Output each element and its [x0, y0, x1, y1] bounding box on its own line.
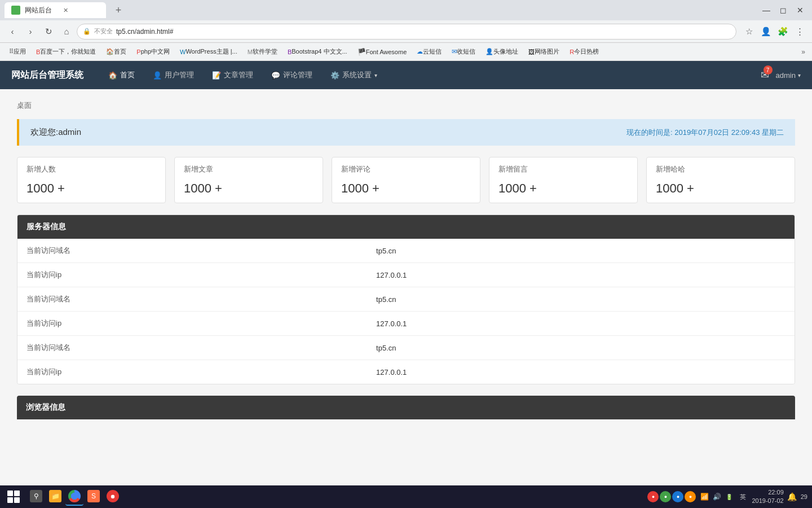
battery-icon[interactable]: 🔋	[724, 492, 734, 502]
welcome-text: 欢迎您:admin	[30, 127, 81, 138]
yunsms-icon: ☁	[417, 48, 423, 55]
profile-button[interactable]: 👤	[758, 24, 774, 40]
bookmark-bootstrap[interactable]: B Bootstrap4 中文文...	[283, 45, 352, 59]
lock-icon: 🔒	[83, 28, 91, 35]
bookmark-php[interactable]: P php中文网	[132, 45, 174, 59]
admin-right: ✉ 7 admin ▾	[761, 69, 801, 81]
stat-card-messages: 新增留言 1000 +	[489, 157, 638, 203]
stat-value-comments: 1000 +	[341, 181, 471, 196]
window-controls: — ◻ ✕	[759, 3, 807, 17]
server-row-2-label: 当前访问ip	[17, 263, 367, 287]
keyboard-lang[interactable]: 英	[738, 493, 748, 501]
bookmark-netimg[interactable]: 🖼 网络图片	[524, 45, 564, 59]
taskbar-app-sublime[interactable]: S	[85, 488, 103, 506]
stat-value-haha: 1000 +	[656, 181, 785, 196]
taskbar-app-explorer[interactable]: 📁	[46, 488, 64, 506]
menu-button[interactable]: ⋮	[792, 24, 807, 40]
admin-user-menu[interactable]: admin ▾	[776, 71, 801, 80]
bookmark-baidu[interactable]: B 百度一下，你就知道	[32, 45, 100, 59]
notify-icon-3[interactable]: ●	[672, 491, 683, 502]
baidu-icon: B	[36, 49, 40, 55]
nav-item-home[interactable]: 🏠 首页	[100, 65, 143, 85]
notify-icon-4[interactable]: ●	[685, 491, 696, 502]
bookmark-shodsms[interactable]: ✉ 收短信	[447, 45, 480, 59]
software-icon: M	[248, 49, 253, 55]
bookmark-apps-label: 应用	[14, 47, 26, 56]
taskbar-app-search[interactable]: ⚲	[27, 488, 45, 506]
nav-item-users[interactable]: 👤 用户管理	[145, 65, 202, 85]
bookmark-yunsms[interactable]: ☁ 云短信	[412, 45, 446, 59]
bookmark-home-label: 首页	[114, 47, 126, 56]
forward-button[interactable]: ›	[23, 24, 38, 40]
taskbar: ⚲ 📁 S ⏺ ● ● ● ● 📶	[0, 485, 812, 508]
home-nav-icon: 🏠	[108, 71, 117, 80]
mail-icon-button[interactable]: ✉ 7	[761, 69, 769, 81]
extensions-button[interactable]: 🧩	[775, 24, 791, 40]
new-tab-button[interactable]: +	[111, 2, 126, 18]
more-bookmarks-button[interactable]: »	[799, 48, 807, 56]
start-button[interactable]	[5, 488, 23, 506]
bookmark-software[interactable]: M 软件学堂	[243, 45, 282, 59]
articles-nav-icon: 📝	[212, 71, 221, 80]
time-value: 2019年07月02日 22:09:43 星期二	[674, 128, 784, 137]
tab-close-button[interactable]: ✕	[61, 6, 70, 15]
taskbar-chrome-icon	[68, 490, 81, 502]
stat-card-articles: 新增文章 1000 +	[174, 157, 323, 203]
notify-icon-2[interactable]: ●	[660, 491, 671, 502]
bookmark-apps[interactable]: ⠿ 应用	[5, 45, 30, 59]
user-dropdown-arrow: ▾	[798, 72, 801, 78]
server-row-1-label: 当前访问域名	[17, 239, 367, 263]
tab-favicon	[11, 6, 20, 15]
bookmark-avatar-label: 头像地址	[493, 47, 518, 56]
stats-row: 新增人数 1000 + 新增文章 1000 + 新增评论 1000 + 新增留言…	[17, 157, 795, 203]
php-icon: P	[136, 49, 140, 55]
bookmark-yunsms-label: 云短信	[423, 47, 442, 56]
nav-item-settings[interactable]: ⚙️ 系统设置 ▾	[323, 65, 385, 85]
taskbar-app-record[interactable]: ⏺	[104, 488, 122, 506]
bookmark-php-label: php中文网	[141, 47, 170, 56]
bookmark-home[interactable]: 🏠 首页	[102, 45, 131, 59]
reload-button[interactable]: ↻	[41, 24, 56, 40]
time-label: 现在的时间是:	[626, 128, 673, 137]
notification-center-icon[interactable]: 🔔	[787, 492, 797, 502]
bookmark-fontawesome[interactable]: 🏴 Font Awesome	[353, 45, 412, 59]
home-button[interactable]: ⌂	[59, 24, 74, 40]
close-button[interactable]: ✕	[793, 3, 807, 17]
maximize-button[interactable]: ◻	[776, 3, 791, 17]
nav-item-articles[interactable]: 📝 文章管理	[204, 65, 261, 85]
not-secure-label: 不安全	[94, 27, 113, 36]
stat-card-users: 新增人数 1000 +	[17, 157, 166, 203]
wp-icon: W	[180, 49, 186, 55]
server-row-6-value: 127.0.0.1	[367, 360, 795, 384]
bookmark-software-label: 软件学堂	[253, 47, 277, 56]
bookmark-wordpress[interactable]: W WordPress主题 |...	[175, 45, 242, 59]
netimg-icon: 🖼	[528, 49, 535, 55]
bookmark-hotlist[interactable]: R 今日热榜	[565, 45, 603, 59]
stat-value-messages: 1000 +	[498, 181, 628, 196]
welcome-panel: 欢迎您:admin 现在的时间是: 2019年07月02日 22:09:43 星…	[17, 119, 795, 146]
taskbar-search-icon: ⚲	[30, 490, 42, 502]
browser-tab[interactable]: 网站后台 ✕	[5, 2, 106, 18]
breadcrumb: 桌面	[17, 100, 795, 111]
taskbar-record-icon: ⏺	[107, 490, 119, 502]
taskbar-clock[interactable]: 22:09 2019-07-02	[752, 488, 783, 506]
nav-item-comments[interactable]: 💬 评论管理	[263, 65, 320, 85]
server-row-3-label: 当前访问域名	[17, 287, 367, 312]
bookmark-star-button[interactable]: ☆	[741, 24, 757, 40]
server-row-4-value: 127.0.0.1	[367, 312, 795, 336]
server-row-1-value: tp5.cn	[367, 239, 795, 263]
taskbar-app-chrome[interactable]	[65, 488, 83, 506]
bookmark-avatar[interactable]: 👤 头像地址	[481, 45, 523, 59]
address-bar[interactable]: 🔒 不安全 tp5.cn/admin.html#	[77, 24, 736, 40]
back-button[interactable]: ‹	[5, 24, 20, 40]
system-tray-icons: 📶 🔊 🔋	[699, 492, 734, 502]
volume-icon[interactable]: 🔊	[712, 492, 722, 502]
hotlist-icon: R	[570, 49, 574, 55]
notify-icon-1[interactable]: ●	[647, 491, 659, 502]
url-text: tp5.cn/admin.html#	[116, 28, 173, 36]
network-icon[interactable]: 📶	[699, 492, 709, 502]
server-info-table: 当前访问域名 tp5.cn 当前访问ip 127.0.0.1 当前访问域名 tp…	[17, 239, 795, 384]
bookmark-hotlist-label: 今日热榜	[574, 47, 599, 56]
minimize-button[interactable]: —	[759, 3, 774, 17]
settings-nav-label: 系统设置	[342, 70, 372, 80]
